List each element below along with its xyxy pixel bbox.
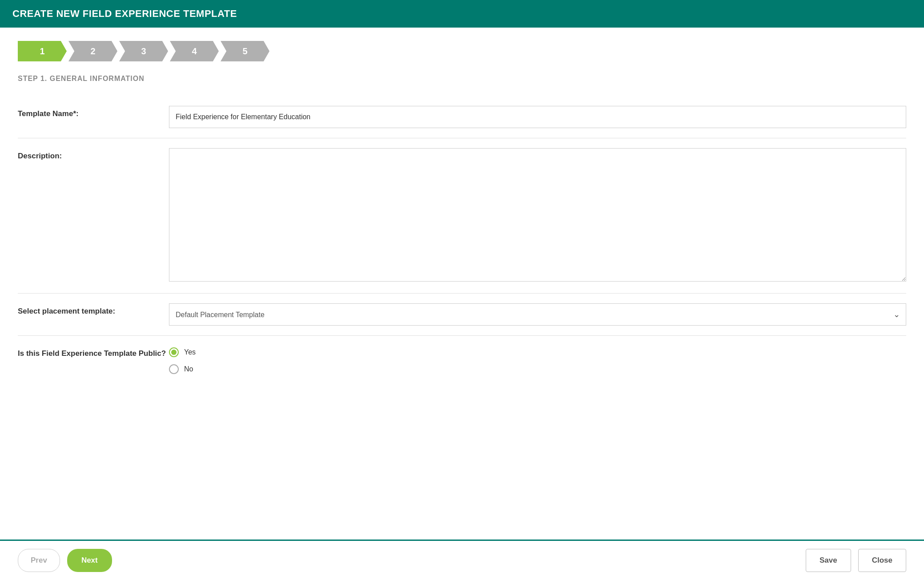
section-title: STEP 1. GENERAL INFORMATION [18,75,906,83]
description-textarea[interactable] [169,148,906,282]
footer-left: Prev Next [18,549,112,572]
template-name-input[interactable] [169,106,906,128]
radio-no-option[interactable]: No [169,364,906,374]
radio-yes-circle [169,347,179,357]
footer-bar: Prev Next Save Close [0,540,924,580]
radio-yes-label: Yes [184,348,196,356]
step-1[interactable]: 1 [18,41,68,61]
step-2[interactable]: 2 [68,41,119,61]
page-title: CREATE NEW FIELD EXPERIENCE TEMPLATE [12,8,237,19]
step-shape-5: 5 [221,41,269,61]
step-5[interactable]: 5 [221,41,271,61]
template-name-row: Template Name*: [18,96,906,138]
step-shape-4: 4 [170,41,219,61]
template-name-label: Template Name*: [18,106,169,118]
placement-template-label: Select placement template: [18,303,169,316]
step-3[interactable]: 3 [119,41,170,61]
public-row: Is this Field Experience Template Public… [18,336,906,384]
step-4[interactable]: 4 [170,41,221,61]
steps-container: 1 2 3 4 5 [18,41,906,61]
public-label: Is this Field Experience Template Public… [18,346,169,358]
radio-no-label: No [184,365,193,373]
step-shape-1: 1 [18,41,67,61]
close-button[interactable]: Close [858,549,906,572]
footer-right: Save Close [806,549,906,572]
description-row: Description: ∴ [18,138,906,294]
description-control: ∴ [169,148,906,283]
textarea-wrapper: ∴ [169,148,906,283]
step-shape-2: 2 [68,41,117,61]
radio-group: Yes No [169,346,906,374]
template-name-control [169,106,906,128]
placement-template-select[interactable]: Default Placement Template [169,303,906,326]
save-button[interactable]: Save [806,549,851,572]
form-section: Template Name*: Description: ∴ Select pl… [18,96,906,384]
radio-yes-option[interactable]: Yes [169,347,906,357]
main-content: 1 2 3 4 5 STEP 1. GENERAL INFORMATION [0,28,924,384]
radio-no-circle [169,364,179,374]
select-wrapper: Default Placement Template ⌄ [169,303,906,326]
placement-template-control: Default Placement Template ⌄ [169,303,906,326]
prev-button[interactable]: Prev [18,549,60,572]
step-shape-3: 3 [119,41,168,61]
page-header: CREATE NEW FIELD EXPERIENCE TEMPLATE [0,0,924,28]
placement-template-row: Select placement template: Default Place… [18,294,906,336]
public-control: Yes No [169,346,906,374]
next-button[interactable]: Next [67,549,112,572]
description-label: Description: [18,148,169,161]
